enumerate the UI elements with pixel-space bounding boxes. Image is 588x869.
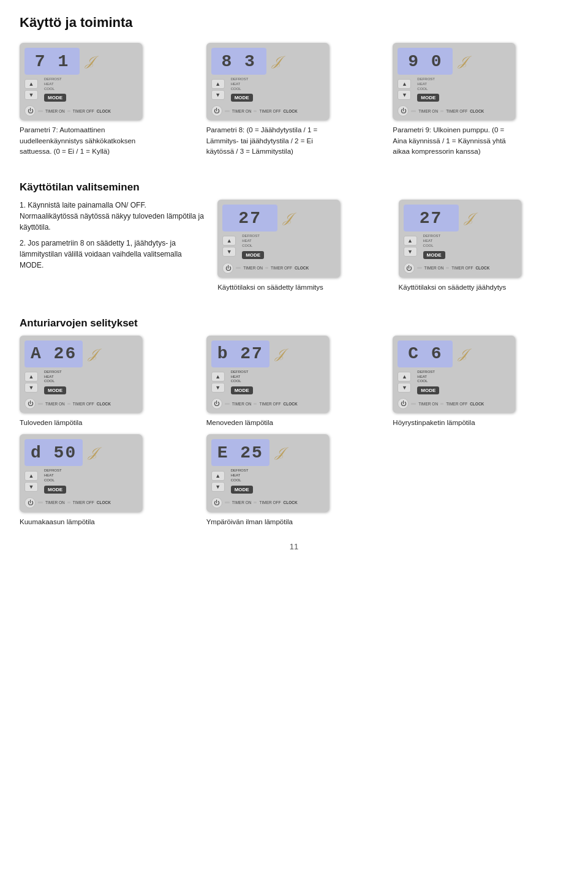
- jaah-timer-off-dot: [446, 267, 449, 269]
- kayttotilan-steps-col: 1. Käynnistä laite painamalla ON/ OFF. N…: [20, 200, 206, 293]
- param9-power-button[interactable]: ⏻: [398, 105, 409, 116]
- param8-mode-button[interactable]: MODE: [231, 94, 253, 102]
- e25-power-button[interactable]: ⏻: [211, 497, 222, 508]
- param8-timer-on-dot: [225, 110, 230, 112]
- jaah-down-arrow[interactable]: ▼: [404, 247, 417, 257]
- d50-down-arrow[interactable]: ▼: [24, 482, 38, 492]
- lamm-mode-button[interactable]: MODE: [242, 251, 264, 259]
- panel-jaah: 27 𝒥 ▲ ▼ DEFROST HEAT COOL MODE: [399, 200, 521, 277]
- param7-mode-button[interactable]: MODE: [44, 94, 66, 102]
- lamm-timer-on-dot: [236, 267, 241, 269]
- param8-up-arrow[interactable]: ▲: [211, 79, 225, 89]
- param7-heat-label: HEAT: [44, 82, 62, 87]
- e25-up-arrow[interactable]: ▲: [211, 471, 225, 481]
- d50-power-button[interactable]: ⏻: [24, 497, 36, 508]
- param8-cool-label: COOL: [231, 87, 249, 92]
- d50-timer-on-label: TIMER ON: [45, 500, 65, 505]
- e25-display: E 25: [211, 439, 270, 466]
- param9-up-arrow[interactable]: ▲: [398, 79, 411, 89]
- b27-display: b 27: [211, 340, 270, 367]
- c6-up-arrow[interactable]: ▲: [398, 372, 411, 382]
- jaah-mode-button[interactable]: MODE: [423, 251, 445, 259]
- d50-logo: 𝒥: [89, 445, 96, 461]
- e25-clock-label: CLOCK: [283, 500, 297, 505]
- param9-timer-on-dot: [411, 110, 416, 112]
- a26-power-button[interactable]: ⏻: [24, 398, 36, 409]
- anturi-a26-col: A 26 𝒥 ▲ ▼ DEFROST HEAT COOL MODE: [20, 336, 195, 429]
- d50-timer-labels: TIMER ON TIMER OFF CLOCK: [38, 500, 111, 505]
- a26-timer-off-label: TIMER OFF: [73, 402, 94, 406]
- param9-defrost-label: DEFROST: [417, 77, 435, 82]
- jaah-power-button[interactable]: ⏻: [404, 263, 415, 274]
- lamm-up-arrow[interactable]: ▲: [222, 236, 236, 246]
- d50-timer-off-label: TIMER OFF: [73, 500, 94, 505]
- lamm-down-arrow[interactable]: ▼: [222, 247, 236, 257]
- jaah-defrost-label: DEFROST: [423, 234, 441, 239]
- a26-mode-button[interactable]: MODE: [44, 386, 66, 394]
- param7-up-arrow[interactable]: ▲: [24, 79, 38, 89]
- c6-heat-label: HEAT: [417, 375, 435, 380]
- e25-logo: 𝒥: [276, 445, 283, 461]
- param9-mode-button[interactable]: MODE: [417, 94, 439, 102]
- a26-cool-label: COOL: [44, 379, 62, 384]
- param9-down-arrow[interactable]: ▼: [398, 90, 411, 100]
- lamm-power-button[interactable]: ⏻: [222, 263, 233, 274]
- b27-down-arrow[interactable]: ▼: [211, 383, 225, 393]
- a26-down-arrow[interactable]: ▼: [24, 383, 38, 393]
- param9-timer-on-label: TIMER ON: [418, 109, 438, 113]
- b27-timer-labels: TIMER ON TIMER OFF CLOCK: [225, 402, 298, 406]
- param7-col: 7 1 𝒥 ▲ ▼ DEFROST HEAT COOL MODE: [20, 43, 195, 157]
- a26-up-arrow[interactable]: ▲: [24, 372, 38, 382]
- param9-arrows: ▲ ▼: [398, 79, 411, 100]
- jaah-display: 27: [404, 205, 459, 231]
- d50-heat-label: HEAT: [44, 473, 62, 478]
- param8-timer-on-label: TIMER ON: [232, 109, 252, 113]
- c6-mode-button[interactable]: MODE: [417, 386, 439, 394]
- param7-timer-on-dot: [38, 110, 43, 112]
- jaah-up-arrow[interactable]: ▲: [404, 236, 417, 246]
- param8-down-arrow[interactable]: ▼: [211, 90, 225, 100]
- b27-power-button[interactable]: ⏻: [211, 398, 222, 409]
- kayttotilan-step1: 1. Käynnistä laite painamalla ON/ OFF. N…: [20, 200, 206, 233]
- anturi-empty-col: [393, 434, 568, 527]
- e25-timer-labels: TIMER ON TIMER OFF CLOCK: [225, 500, 298, 505]
- c6-defrost-label: DEFROST: [417, 370, 435, 375]
- a26-logo: 𝒥: [89, 346, 96, 362]
- a26-clock-label: CLOCK: [97, 402, 111, 406]
- b27-up-arrow[interactable]: ▲: [211, 372, 225, 382]
- d50-caption: Kuumakaasun lämpötila: [20, 517, 95, 527]
- c6-power-button[interactable]: ⏻: [398, 398, 409, 409]
- kayttotilan-jaah-col: 27 𝒥 ▲ ▼ DEFROST HEAT COOL MODE: [399, 200, 568, 293]
- anturi-d50-col: d 50 𝒥 ▲ ▼ DEFROST HEAT COOL MODE: [20, 434, 195, 527]
- e25-mode-button[interactable]: MODE: [231, 486, 253, 494]
- c6-logo: 𝒥: [459, 346, 466, 362]
- param7-down-arrow[interactable]: ▼: [24, 90, 38, 100]
- param7-power-button[interactable]: ⏻: [24, 105, 36, 116]
- anturi-row-1: A 26 𝒥 ▲ ▼ DEFROST HEAT COOL MODE: [20, 336, 568, 429]
- a26-mode-section: DEFROST HEAT COOL MODE: [44, 370, 66, 394]
- param8-power-button[interactable]: ⏻: [211, 105, 222, 116]
- param7-logo: 𝒥: [86, 53, 93, 69]
- param8-heat-label: HEAT: [231, 82, 249, 87]
- panel-param7: 7 1 𝒥 ▲ ▼ DEFROST HEAT COOL MODE: [20, 43, 142, 120]
- b27-mode-section: DEFROST HEAT COOL MODE: [231, 370, 253, 394]
- jaah-cool-label: COOL: [423, 244, 441, 249]
- c6-timer-off-label: TIMER OFF: [446, 402, 467, 406]
- jaah-caption: Käyttötilaksi on säädetty jäähdytys: [399, 282, 507, 293]
- param8-arrows: ▲ ▼: [211, 79, 225, 100]
- anturi-row-2: d 50 𝒥 ▲ ▼ DEFROST HEAT COOL MODE: [20, 434, 568, 527]
- b27-defrost-label: DEFROST: [231, 370, 249, 375]
- c6-down-arrow[interactable]: ▼: [398, 383, 411, 393]
- jaah-logo: 𝒥: [465, 210, 472, 226]
- c6-timer-on-label: TIMER ON: [418, 402, 438, 406]
- param7-clock-label: CLOCK: [97, 109, 111, 113]
- d50-up-arrow[interactable]: ▲: [24, 471, 38, 481]
- b27-mode-button[interactable]: MODE: [231, 386, 253, 394]
- e25-down-arrow[interactable]: ▼: [211, 482, 225, 492]
- d50-defrost-label: DEFROST: [44, 468, 62, 473]
- e25-mode-section: DEFROST HEAT COOL MODE: [231, 468, 253, 493]
- c6-mode-section: DEFROST HEAT COOL MODE: [417, 370, 439, 394]
- a26-timer-on-label: TIMER ON: [45, 402, 65, 406]
- d50-mode-button[interactable]: MODE: [44, 486, 66, 494]
- param8-timer-labels: TIMER ON TIMER OFF CLOCK: [225, 109, 298, 113]
